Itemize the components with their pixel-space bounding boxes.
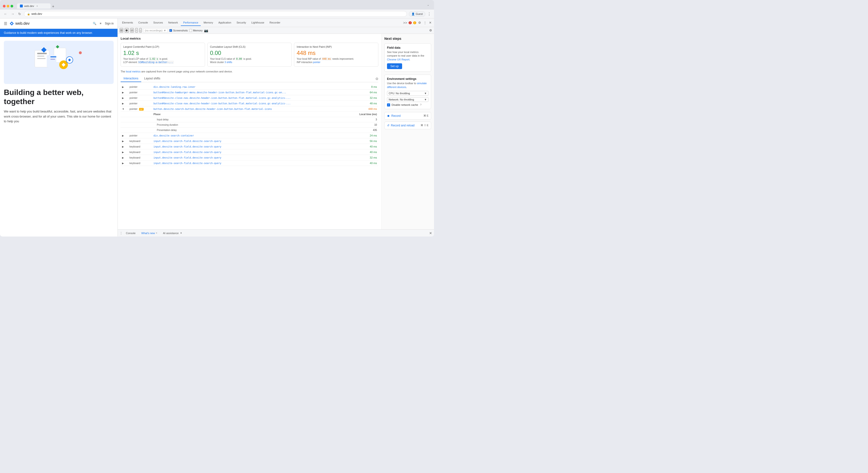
expand-btn[interactable]: ▶ bbox=[122, 140, 124, 143]
bottom-tab-console[interactable]: Console bbox=[123, 231, 138, 236]
network-throttle-select[interactable]: Network: No throttling ▼ bbox=[387, 97, 429, 102]
table-row: ▶ pointer button#devsite-close-nav.devsi… bbox=[121, 95, 378, 101]
address-bar[interactable]: 🔒 web.dev bbox=[24, 11, 407, 17]
disable-cache-checkbox[interactable]: ✓ bbox=[387, 104, 390, 107]
tab-elements[interactable]: Elements bbox=[120, 20, 135, 26]
more-menu-button[interactable]: ⋮ bbox=[427, 12, 431, 16]
tab-performance[interactable]: Performance bbox=[181, 20, 201, 26]
cls-desc: Your local CLS value of 0.00 is good. Wo… bbox=[210, 57, 289, 64]
record-reload-action-button[interactable]: ↺ Record and reload ⌘ ⇧ E bbox=[384, 122, 431, 129]
expand-btn[interactable]: ▶ bbox=[122, 97, 124, 99]
next-steps-sidebar: Next steps Field data See how your local… bbox=[381, 34, 434, 229]
more-tabs-button[interactable]: >> bbox=[403, 21, 407, 25]
back-button[interactable]: ← bbox=[3, 11, 8, 16]
expand-btn[interactable]: ▶ bbox=[122, 86, 124, 88]
lcp-label: Largest Contentful Paint (LCP) bbox=[123, 45, 203, 48]
upload-icon[interactable]: ↑ bbox=[135, 28, 138, 33]
devtools-close-icon[interactable]: ✕ bbox=[429, 20, 432, 25]
minimize-traffic-light[interactable] bbox=[7, 5, 9, 7]
recordings-select[interactable]: (no recordings) ▼ bbox=[143, 28, 168, 33]
devtools-settings-icon[interactable]: ⚙ bbox=[418, 20, 422, 25]
element-link[interactable]: button.devsite-search-button.devsite-hea… bbox=[153, 108, 272, 110]
element-link[interactable]: button#devsite-hamburger-menu.devsite-he… bbox=[153, 91, 286, 94]
svg-rect-1 bbox=[37, 53, 47, 54]
record-circle-icon[interactable]: ⏺ bbox=[125, 28, 129, 33]
expand-btn[interactable]: ▶ bbox=[122, 156, 124, 159]
toggle-sidebar-icon[interactable]: ⊞ bbox=[120, 28, 123, 33]
table-row: ▶ keyboard input.devsite-search-field.de… bbox=[121, 149, 378, 155]
record-action-button[interactable]: ⏺ Record ⌘ E bbox=[384, 112, 431, 120]
bottom-panel-close-btn[interactable]: ✕ bbox=[429, 231, 432, 235]
reload-button[interactable]: ↻ bbox=[17, 11, 22, 16]
element-link[interactable]: button#devsite-close-nav.devsite-header-… bbox=[153, 102, 290, 105]
expand-btn[interactable]: ▶ bbox=[122, 134, 124, 137]
hamburger-menu-icon[interactable]: ☰ bbox=[4, 21, 7, 26]
element-link[interactable]: input.devsite-search-field.devsite-searc… bbox=[153, 151, 221, 153]
element-link[interactable]: input.devsite-search-field.devsite-searc… bbox=[153, 145, 221, 148]
field-data-title: Field data bbox=[387, 46, 429, 50]
performance-settings-icon[interactable]: ⚙ bbox=[429, 29, 432, 32]
forward-button[interactable]: → bbox=[10, 11, 16, 16]
cls-shifts-link[interactable]: 3 shifts bbox=[225, 61, 232, 64]
ai-assistance-tab-label: AI assistance bbox=[163, 232, 179, 235]
maximize-traffic-light[interactable] bbox=[10, 5, 13, 7]
stop-icon[interactable]: ⊘ bbox=[130, 28, 134, 33]
expand-btn[interactable]: ▶ bbox=[122, 91, 124, 94]
guest-button[interactable]: 👤 Guest bbox=[409, 11, 425, 17]
screenshots-checkbox-label[interactable]: ✓ Screenshots bbox=[169, 29, 188, 32]
whats-new-close-btn[interactable]: × bbox=[156, 232, 157, 234]
devtools-tab-right: >> 2 2 ⚙ ⋮ ✕ bbox=[403, 20, 432, 25]
new-tab-button[interactable]: + bbox=[51, 4, 56, 9]
time-value: 40 ms bbox=[350, 144, 378, 149]
memory-checkbox-label[interactable]: Memory bbox=[189, 29, 203, 32]
chrome-ux-report-link[interactable]: Chrome UX Report bbox=[387, 58, 409, 61]
expand-btn[interactable]: ▶ bbox=[122, 102, 124, 105]
performance-main: Local metrics Largest Contentful Paint (… bbox=[118, 34, 381, 229]
tab-security[interactable]: Security bbox=[234, 20, 248, 26]
screenshots-checkbox[interactable]: ✓ bbox=[169, 29, 172, 32]
tab-interactions[interactable]: Interactions bbox=[121, 75, 141, 82]
tab-title: web.dev bbox=[24, 5, 34, 7]
tab-console[interactable]: Console bbox=[136, 20, 150, 26]
setup-button[interactable]: Set up bbox=[387, 63, 402, 69]
tab-layout-shifts[interactable]: Layout shifts bbox=[141, 75, 163, 82]
expand-btn[interactable]: ▶ bbox=[122, 162, 124, 165]
element-link[interactable]: input.devsite-search-field.devsite-searc… bbox=[153, 162, 221, 165]
sign-in-button[interactable]: Sign in bbox=[105, 22, 114, 25]
filter-icon[interactable]: ⊙ bbox=[375, 77, 378, 81]
download-icon[interactable]: ↓ bbox=[139, 28, 142, 33]
browser-tab[interactable]: web.dev × bbox=[17, 3, 51, 9]
disable-cache-help-icon[interactable]: ? bbox=[420, 104, 422, 106]
expand-btn[interactable]: ▼ bbox=[122, 108, 124, 110]
tab-recorder[interactable]: Recorder bbox=[267, 20, 283, 26]
event-type: keyboard bbox=[129, 140, 140, 143]
element-link[interactable]: input.devsite-search-field.devsite-searc… bbox=[153, 156, 221, 159]
tab-memory[interactable]: Memory bbox=[201, 20, 216, 26]
tab-close-btn[interactable]: × bbox=[36, 5, 38, 7]
devtools-more-icon[interactable]: ⋮ bbox=[423, 20, 427, 25]
element-link[interactable]: button#devsite-close-nav.devsite-header-… bbox=[153, 97, 290, 99]
element-link[interactable]: div.devsite-landing-row-inner bbox=[153, 86, 195, 88]
element-link[interactable]: div.devsite-search-container bbox=[153, 134, 194, 137]
site-search-icon[interactable]: 🔍 bbox=[93, 22, 96, 25]
tab-network[interactable]: Network bbox=[166, 20, 180, 26]
close-traffic-light[interactable] bbox=[3, 5, 5, 7]
cpu-throttle-select[interactable]: CPU: No throttling ▼ bbox=[387, 91, 429, 96]
memory-checkbox[interactable] bbox=[189, 29, 192, 32]
element-link[interactable]: input.devsite-search-field.devsite-searc… bbox=[153, 140, 221, 143]
theme-toggle-icon[interactable]: ☀ bbox=[99, 22, 102, 25]
bottom-menu-icon[interactable]: ⋮ bbox=[120, 232, 123, 235]
bottom-tab-ai-assistance[interactable]: AI assistance ✦ bbox=[161, 231, 184, 236]
simulate-devices-link[interactable]: simulate different devices bbox=[387, 82, 427, 88]
local-metrics-link[interactable]: local metrics bbox=[126, 70, 141, 73]
record-shortcut: ⌘ E bbox=[424, 114, 429, 117]
camera-icon[interactable]: 📷 bbox=[204, 29, 208, 32]
expand-btn[interactable]: ▶ bbox=[122, 151, 124, 153]
tab-sources[interactable]: Sources bbox=[151, 20, 165, 26]
tab-lighthouse[interactable]: Lighthouse bbox=[249, 20, 267, 26]
tab-bar: web.dev × + bbox=[17, 3, 222, 9]
bottom-tab-whats-new[interactable]: What's new × bbox=[139, 231, 159, 236]
inp-pointer-link[interactable]: pointer bbox=[313, 61, 320, 64]
expand-btn[interactable]: ▶ bbox=[122, 145, 124, 148]
tab-application[interactable]: Application bbox=[216, 20, 234, 26]
